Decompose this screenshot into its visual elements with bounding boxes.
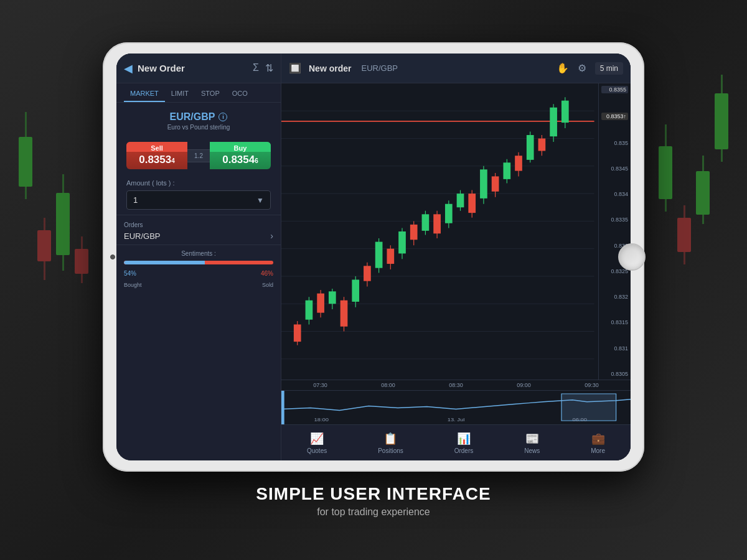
tab-oco[interactable]: OCO (226, 83, 254, 102)
svg-rect-36 (433, 214, 441, 233)
svg-rect-48 (503, 162, 510, 179)
time-0830: 08:30 (449, 382, 463, 388)
app-content: ◀ New Order Σ ⇅ MARKET LIMIT STOP OCO (116, 54, 631, 460)
info-icon[interactable]: i (218, 113, 227, 121)
headline: SIMPLE USER INTERFACE (256, 484, 491, 504)
timeframe-badge[interactable]: 5 min (595, 62, 623, 75)
buy-price: 0.83546 (210, 152, 271, 169)
amount-section: Amount ( lots ) : 1 ▼ (116, 174, 281, 215)
buy-button[interactable]: Buy 0.83546 (210, 142, 271, 169)
chevron-right-icon: › (270, 231, 273, 241)
more-icon: 💼 (591, 432, 605, 446)
svg-rect-16 (317, 294, 324, 313)
svg-rect-40 (457, 194, 464, 207)
price-8: 0.8315 (601, 319, 628, 325)
orders-icon: 📊 (457, 432, 471, 446)
svg-rect-34 (422, 214, 430, 231)
svg-rect-30 (398, 231, 406, 253)
nav-orders[interactable]: 📊 Orders (447, 428, 481, 458)
time-0900: 09:00 (517, 382, 531, 388)
nav-quotes[interactable]: 📈 Quotes (299, 428, 334, 458)
quotes-icon: 📈 (310, 432, 324, 446)
header-icons: Σ ⇅ (253, 62, 273, 74)
chart-title: New order (309, 63, 351, 73)
price-7: 0.832 (601, 294, 628, 300)
tablet-frame: ◀ New Order Σ ⇅ MARKET LIMIT STOP OCO (103, 42, 644, 472)
svg-rect-54 (538, 139, 546, 151)
price-scale: 0.8355 0.8353↑ 0.835 0.8345 0.834 0.8335… (598, 83, 631, 380)
tab-limit[interactable]: LIMIT (165, 83, 195, 102)
panel-title: New Order (138, 63, 253, 73)
svg-text:18:00: 18:00 (314, 417, 329, 422)
price-current: 0.8353↑ (601, 113, 628, 120)
price-2: 0.8345 (601, 166, 628, 172)
price-1: 0.835 (601, 140, 628, 146)
bottom-text: SIMPLE USER INTERFACE for top trading ex… (256, 484, 491, 518)
nav-more[interactable]: 💼 More (583, 428, 613, 458)
nav-orders-label: Orders (454, 447, 474, 454)
time-0800: 08:00 (381, 382, 395, 388)
sold-sentiment: 46% Sold (261, 267, 273, 289)
nav-quotes-label: Quotes (307, 447, 327, 454)
left-panel: ◀ New Order Σ ⇅ MARKET LIMIT STOP OCO (116, 54, 281, 460)
nav-news-label: News (524, 447, 540, 454)
order-tabs: MARKET LIMIT STOP OCO (116, 83, 281, 103)
price-0: 0.8355 (601, 86, 628, 93)
price-4: 0.8335 (601, 217, 628, 223)
back-icon[interactable]: ◀ (124, 62, 133, 75)
sentiment-labels: 54% Bought 46% Sold (124, 267, 273, 289)
dropdown-arrow-icon: ▼ (256, 196, 264, 205)
time-0930: 09:30 (585, 382, 599, 388)
sigma-icon[interactable]: Σ (253, 62, 259, 74)
pair-subtitle: Euro vs Pound sterling (124, 124, 273, 131)
svg-rect-52 (527, 135, 534, 160)
price-9: 0.831 (601, 345, 628, 352)
amount-label: Amount ( lots ) : (126, 179, 271, 187)
pair-name: EUR/GBP i (124, 111, 273, 123)
pair-section: EUR/GBP i Euro vs Pound sterling (116, 103, 281, 137)
orders-pair[interactable]: EUR/GBP › (124, 231, 273, 241)
svg-rect-24 (364, 266, 371, 281)
hand-icon[interactable]: ✋ (557, 62, 569, 74)
tab-stop[interactable]: STOP (195, 83, 226, 102)
svg-rect-42 (468, 194, 476, 213)
mini-chart-svg: 18:00 13. Jul 06:00 (281, 391, 631, 424)
sell-button[interactable]: Sell 0.83534 (126, 142, 187, 169)
right-panel: 🔲 New order EUR/GBP ✋ ⚙ 5 min (281, 54, 631, 460)
mini-chart[interactable]: 18:00 13. Jul 06:00 (281, 390, 631, 424)
price-3: 0.834 (601, 191, 628, 197)
positions-icon: 📋 (383, 432, 397, 446)
orders-section: Orders EUR/GBP › (116, 215, 281, 245)
settings-icon[interactable]: ⚙ (578, 62, 586, 74)
svg-rect-14 (306, 301, 313, 320)
chart-header-controls: ✋ ⚙ 5 min (557, 62, 623, 75)
chart-header: 🔲 New order EUR/GBP ✋ ⚙ 5 min (281, 54, 631, 83)
sentiment-section: Sentiments : 54% Bought 46% Sold (116, 245, 281, 294)
new-order-icon: 🔲 (289, 62, 301, 74)
chart-type-icon[interactable]: ⇅ (265, 62, 273, 74)
bought-sentiment: 54% Bought (124, 267, 142, 289)
svg-rect-20 (341, 301, 348, 327)
sell-price: 0.83534 (126, 152, 187, 169)
nav-news[interactable]: 📰 News (517, 428, 547, 458)
chart-area: 0.8355 0.8353↑ 0.835 0.8345 0.834 0.8335… (281, 83, 631, 380)
tablet-screen: ◀ New Order Σ ⇅ MARKET LIMIT STOP OCO (116, 54, 631, 460)
time-0730: 07:30 (313, 382, 327, 388)
price-10: 0.8305 (601, 371, 628, 377)
amount-input[interactable]: 1 ▼ (126, 190, 271, 210)
svg-rect-12 (294, 324, 301, 342)
svg-rect-46 (492, 176, 499, 191)
svg-rect-50 (515, 156, 522, 170)
home-button[interactable] (618, 243, 646, 271)
svg-text:06:00: 06:00 (572, 417, 587, 422)
nav-positions-label: Positions (378, 447, 403, 454)
svg-rect-22 (352, 279, 359, 301)
nav-positions[interactable]: 📋 Positions (370, 428, 411, 458)
svg-rect-18 (329, 291, 336, 304)
panel-header: ◀ New Order Σ ⇅ (116, 54, 281, 83)
svg-rect-26 (375, 242, 383, 268)
tab-market[interactable]: MARKET (124, 83, 165, 102)
sentiment-bar-fill (124, 261, 205, 264)
chart-pair: EUR/GBP (361, 63, 398, 73)
subheadline: for top trading experience (256, 506, 491, 518)
